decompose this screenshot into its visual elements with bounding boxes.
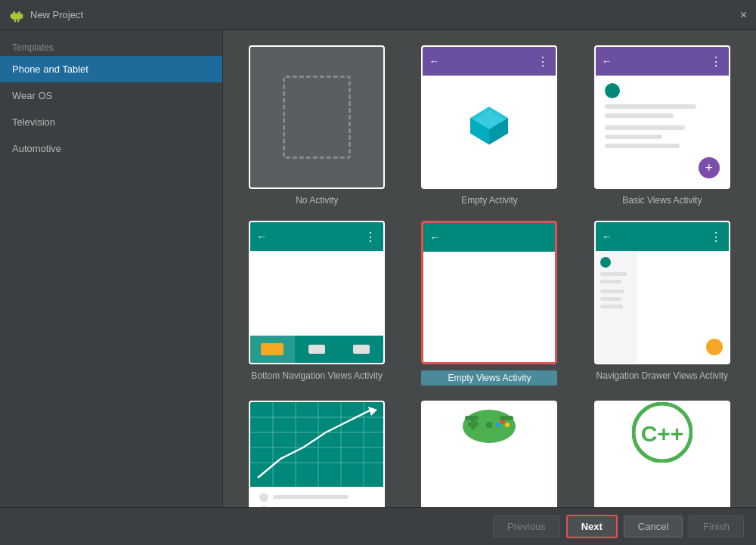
template-nav-drawer[interactable]: ← ⋮	[584, 221, 741, 386]
svg-point-27	[496, 423, 500, 427]
main-content: Templates Phone and Tablet Wear OS Telev…	[0, 30, 756, 507]
svg-rect-24	[471, 419, 476, 429]
phone-header-empty: ← ⋮	[423, 47, 556, 76]
nav-icon-3	[353, 345, 370, 354]
nd-fab	[706, 339, 723, 355]
svg-rect-2	[11, 13, 21, 19]
sidebar-section-label: Templates	[0, 36, 222, 56]
template-label-nav-drawer: Navigation Drawer Views Activity	[596, 370, 729, 381]
template-label-empty-activity: Empty Activity	[461, 195, 518, 206]
nd-line-3	[600, 290, 624, 293]
template-label-bottom-nav: Bottom Navigation Views Activity	[251, 370, 383, 381]
svg-point-28	[500, 426, 505, 430]
title-bar: New Project ×	[0, 0, 756, 30]
back-arrow-ev-icon: ←	[429, 231, 440, 243]
templates-grid: No Activity ← ⋮	[238, 45, 741, 507]
bottom-nav-item-1	[250, 336, 295, 363]
next-button[interactable]: Next	[566, 515, 618, 538]
template-empty-views[interactable]: ← Empty Views Activity	[411, 221, 568, 386]
phone-body-empty-views	[423, 252, 555, 362]
finish-button[interactable]: Finish	[689, 516, 744, 537]
svg-text:C++: C++	[640, 421, 683, 446]
sidebar-item-automotive[interactable]: Automotive	[0, 135, 222, 162]
phone-body-empty	[423, 76, 556, 187]
nav-icon-2	[308, 345, 325, 354]
menu-dots-icon: ⋮	[537, 54, 550, 69]
android-icon	[9, 8, 24, 23]
bottom-bar: Previous Next Cancel Finish	[0, 507, 756, 545]
phone-body-cpp: C++	[596, 402, 729, 463]
menu-dots-bottom-icon: ⋮	[364, 230, 377, 244]
phone-header-bottom-nav: ← ⋮	[250, 222, 383, 251]
phone-header-basic: ← ⋮	[596, 47, 729, 76]
cancel-button[interactable]: Cancel	[624, 516, 683, 537]
bottom-nav-bar	[250, 336, 383, 363]
template-label-basic-views: Basic Views Activity	[622, 195, 702, 206]
svg-rect-31	[500, 416, 513, 420]
phone-header-nav-drawer: ← ⋮	[596, 222, 729, 251]
template-thumb-no-activity	[249, 45, 385, 189]
template-thumb-empty-views: ←	[421, 221, 557, 364]
template-grid-activity[interactable]: Responsive Views Activity	[238, 401, 395, 507]
template-empty-activity[interactable]: ← ⋮	[411, 45, 568, 206]
close-button[interactable]: ×	[740, 9, 747, 21]
back-arrow-bottom-icon: ←	[256, 231, 267, 243]
nd-line-4	[600, 297, 621, 301]
svg-rect-3	[11, 14, 12, 18]
template-label-no-activity: No Activity	[296, 195, 338, 206]
phone-body-nav-drawer	[596, 251, 729, 363]
menu-dots-nd-icon: ⋮	[710, 230, 723, 244]
nav-drawer-sidebar	[596, 251, 637, 363]
sidebar-item-wear-os[interactable]: Wear OS	[0, 82, 222, 109]
menu-dots-basic-icon: ⋮	[710, 54, 723, 69]
nd-line-2	[600, 280, 621, 283]
phone-body-bottom-nav	[250, 251, 383, 336]
template-thumb-bottom-nav: ← ⋮	[249, 221, 385, 364]
nav-drawer-content	[637, 251, 729, 363]
nd-line-1	[600, 272, 627, 276]
template-game-activity[interactable]: Game Activity	[411, 401, 568, 507]
sidebar-item-television[interactable]: Television	[0, 109, 222, 135]
template-thumb-empty-activity: ← ⋮	[421, 45, 557, 189]
back-arrow-icon: ←	[429, 55, 439, 67]
nd-circle	[600, 257, 611, 268]
phone-header-empty-views: ←	[423, 223, 555, 252]
template-no-activity[interactable]: No Activity	[238, 45, 395, 206]
sidebar-item-phone-tablet[interactable]: Phone and Tablet	[0, 56, 222, 82]
bottom-nav-item-2	[295, 336, 339, 363]
template-thumb-nav-drawer: ← ⋮	[594, 221, 730, 364]
back-arrow-nd-icon: ←	[602, 231, 612, 243]
svg-rect-4	[21, 14, 23, 18]
fab-icon: +	[699, 157, 720, 178]
previous-button[interactable]: Previous	[493, 516, 560, 537]
phone-body-game	[423, 402, 556, 447]
svg-rect-5	[14, 19, 17, 21]
template-thumb-cpp: C++	[594, 401, 730, 507]
sidebar: Templates Phone and Tablet Wear OS Telev…	[0, 30, 223, 507]
template-thumb-grid	[249, 401, 385, 507]
list-lines	[596, 76, 729, 160]
back-arrow-basic-icon: ←	[602, 55, 612, 67]
window-title: New Project	[30, 9, 740, 20]
template-bottom-nav[interactable]: ← ⋮	[238, 221, 395, 386]
bottom-nav-item-3	[339, 336, 384, 363]
dashed-rect-icon	[283, 76, 351, 159]
cube-icon	[466, 103, 512, 150]
template-basic-views[interactable]: ← ⋮ +	[584, 45, 741, 206]
svg-point-26	[505, 423, 510, 427]
template-thumb-game	[421, 401, 557, 507]
svg-point-29	[486, 422, 492, 428]
nd-line-5	[600, 305, 623, 308]
svg-rect-30	[465, 416, 479, 420]
template-thumb-basic-views: ← ⋮ +	[594, 45, 730, 189]
nav-icon-1	[261, 343, 284, 355]
svg-rect-6	[17, 19, 20, 21]
templates-area: No Activity ← ⋮	[223, 30, 756, 507]
template-cpp-activity[interactable]: C++ Native C++ Activity	[584, 401, 741, 507]
template-label-empty-views: Empty Views Activity	[421, 370, 557, 386]
phone-body-basic: +	[596, 76, 729, 187]
